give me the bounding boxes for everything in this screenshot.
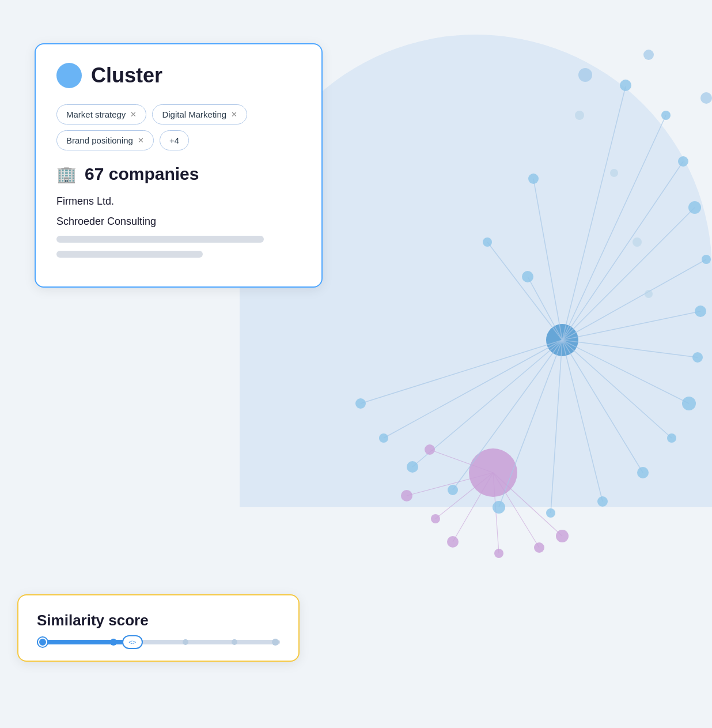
svg-point-59	[575, 111, 584, 120]
cluster-dot-icon	[56, 63, 82, 88]
slider-container[interactable]: <>	[37, 640, 280, 644]
svg-point-43	[407, 461, 418, 473]
company-name-2: Schroeder Consulting	[56, 216, 301, 228]
svg-line-21	[533, 179, 562, 340]
tag-digital-marketing[interactable]: Digital Marketing ✕	[152, 104, 247, 125]
tag-label: Digital Marketing	[162, 110, 226, 119]
svg-line-26	[435, 473, 493, 519]
svg-line-12	[562, 340, 603, 501]
svg-point-54	[534, 542, 544, 553]
svg-point-56	[431, 514, 440, 523]
svg-point-31	[678, 156, 688, 167]
svg-point-46	[522, 271, 533, 282]
cluster-title: Cluster	[91, 63, 162, 88]
svg-point-37	[667, 433, 676, 443]
slider-handle-button[interactable]: <>	[122, 635, 143, 649]
cluster-card: Cluster Market strategy ✕ Digital Market…	[35, 43, 323, 288]
svg-point-33	[702, 255, 711, 264]
svg-point-58	[425, 444, 435, 455]
svg-point-42	[448, 485, 458, 495]
tag-close-icon[interactable]: ✕	[231, 110, 237, 119]
tag-market-strategy[interactable]: Market strategy ✕	[56, 104, 146, 125]
svg-line-18	[361, 340, 562, 403]
svg-point-45	[355, 398, 366, 409]
svg-point-34	[695, 305, 706, 317]
cluster-header: Cluster	[56, 63, 301, 88]
tags-row-1: Market strategy ✕ Digital Marketing ✕	[56, 104, 301, 125]
similarity-card: Similarity score <>	[17, 594, 300, 662]
slider-thumb-left[interactable]	[38, 638, 47, 647]
tag-label: Brand positioning	[66, 135, 133, 145]
svg-line-8	[562, 340, 698, 357]
tag-more-label: +4	[169, 135, 179, 145]
svg-point-32	[688, 201, 701, 214]
slider-handle-label: <>	[128, 639, 136, 646]
svg-line-10	[562, 340, 672, 438]
svg-point-41	[493, 501, 505, 514]
svg-point-29	[620, 80, 631, 91]
similarity-title: Similarity score	[37, 612, 280, 629]
svg-point-52	[447, 536, 459, 548]
svg-point-44	[379, 433, 388, 443]
slider-dot-right-1	[183, 639, 188, 645]
svg-point-51	[700, 92, 712, 104]
building-icon: 🏢	[56, 165, 77, 184]
svg-line-3	[562, 115, 666, 340]
svg-line-7	[562, 311, 700, 340]
svg-point-36	[682, 397, 696, 410]
svg-line-5	[562, 208, 695, 340]
svg-point-49	[578, 68, 592, 82]
slider-track[interactable]: <>	[37, 640, 280, 644]
slider-thumb-mid[interactable]	[110, 639, 117, 646]
svg-line-16	[412, 340, 562, 467]
slider-thumb-right[interactable]	[272, 639, 279, 646]
svg-point-39	[597, 496, 608, 507]
svg-point-53	[494, 549, 503, 558]
placeholder-line-1	[56, 236, 264, 243]
svg-point-55	[556, 530, 569, 542]
svg-point-50	[643, 50, 654, 60]
svg-point-48	[528, 173, 539, 184]
companies-row: 🏢 67 companies	[56, 164, 301, 184]
company-name-1: Firmens Ltd.	[56, 195, 301, 208]
tag-close-icon[interactable]: ✕	[138, 136, 144, 145]
svg-point-47	[483, 237, 492, 247]
svg-point-57	[401, 490, 412, 501]
tag-close-icon[interactable]: ✕	[130, 110, 137, 119]
tag-label: Market strategy	[66, 110, 126, 119]
svg-line-6	[562, 259, 706, 340]
svg-point-30	[661, 111, 671, 120]
svg-line-4	[562, 161, 683, 340]
svg-point-61	[633, 237, 642, 247]
placeholder-line-2	[56, 251, 203, 258]
svg-point-60	[610, 169, 618, 177]
tag-more-button[interactable]: +4	[160, 130, 189, 150]
svg-line-2	[562, 86, 626, 340]
svg-point-35	[692, 352, 703, 363]
companies-count: 67 companies	[85, 164, 199, 184]
tag-brand-positioning[interactable]: Brand positioning ✕	[56, 130, 154, 150]
slider-dot-right-2	[232, 639, 237, 645]
svg-line-19	[528, 277, 562, 340]
svg-point-62	[645, 290, 653, 298]
tags-row-2: Brand positioning ✕ +4	[56, 130, 301, 150]
svg-point-38	[637, 467, 649, 478]
svg-line-17	[384, 340, 562, 438]
svg-point-40	[546, 508, 555, 518]
svg-line-20	[487, 242, 562, 340]
